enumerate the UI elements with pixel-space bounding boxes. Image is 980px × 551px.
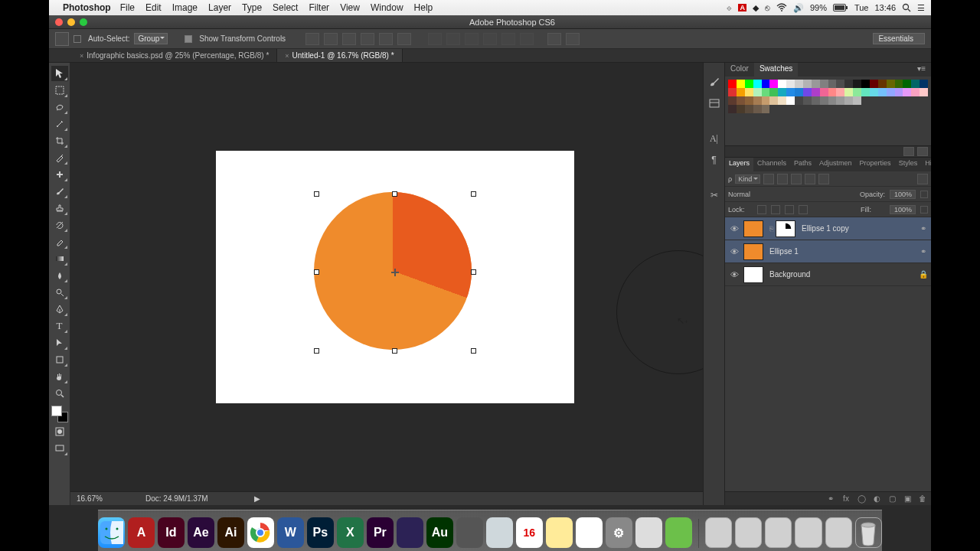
layer-name[interactable]: Ellipse 1 copy xyxy=(799,224,916,233)
wand-tool[interactable] xyxy=(51,116,68,132)
dock-app-excel[interactable]: X xyxy=(337,517,364,548)
pen-tool[interactable] xyxy=(51,302,68,317)
transform-bounding-box[interactable] xyxy=(317,194,473,350)
dock-app-camtasia[interactable] xyxy=(665,517,692,548)
swatch-cell[interactable] xyxy=(878,88,887,96)
swatch-cell[interactable] xyxy=(753,105,762,113)
swatch-cell[interactable] xyxy=(812,80,820,88)
swatch-cell[interactable] xyxy=(778,88,786,96)
volume-icon[interactable]: 🔊 xyxy=(793,3,804,13)
distribute-3-icon[interactable] xyxy=(465,33,479,45)
menu-select[interactable]: Select xyxy=(273,2,298,13)
dodge-tool[interactable] xyxy=(51,285,68,300)
distribute-5-icon[interactable] xyxy=(501,33,515,45)
swatch-cell[interactable] xyxy=(728,80,737,88)
swatch-cell[interactable] xyxy=(853,80,861,88)
filter-shape-icon[interactable] xyxy=(805,174,815,184)
swatch-cell[interactable] xyxy=(778,80,786,88)
lock-all-icon[interactable] xyxy=(799,205,808,214)
swatch-cell[interactable] xyxy=(920,96,928,105)
menu-filter[interactable]: Filter xyxy=(309,2,329,13)
swatch-cell[interactable] xyxy=(812,105,820,113)
dock-app-chrome[interactable] xyxy=(247,517,274,548)
filter-adjust-icon[interactable] xyxy=(777,174,788,184)
menu-window[interactable]: Window xyxy=(371,2,403,13)
swatch-cell[interactable] xyxy=(803,80,812,88)
panels-column[interactable]: Color Swatches ▾≡ Layers Channels Paths … xyxy=(724,63,931,505)
swatch-cell[interactable] xyxy=(920,105,928,113)
swatch-cell[interactable] xyxy=(778,96,786,105)
dock-app-audition[interactable]: Au xyxy=(426,517,453,548)
swatch-cell[interactable] xyxy=(887,88,895,96)
swatch-cell[interactable] xyxy=(762,96,770,105)
distribute-4-icon[interactable] xyxy=(483,33,497,45)
swatch-cell[interactable] xyxy=(895,88,903,96)
visibility-toggle-icon[interactable]: 👁 xyxy=(725,247,743,256)
delete-swatch-icon[interactable] xyxy=(917,147,928,156)
swatch-cell[interactable] xyxy=(745,80,753,88)
battery-icon[interactable] xyxy=(833,4,848,11)
swatch-cell[interactable] xyxy=(887,96,895,105)
align-bottom-icon[interactable] xyxy=(342,33,356,45)
dock-window-icon[interactable] xyxy=(735,517,762,548)
opacity-slider-icon[interactable] xyxy=(920,191,928,198)
filter-toggle-icon[interactable] xyxy=(917,174,928,184)
swatch-cell[interactable] xyxy=(820,80,828,88)
styles-tab[interactable]: Styles xyxy=(895,158,922,171)
blend-mode-dropdown[interactable]: Normal xyxy=(728,191,782,198)
close-tab-icon[interactable]: × xyxy=(285,52,289,60)
layers-panel-footer[interactable]: ⚭ fx ◯ ◐ ▢ ▣ 🗑 xyxy=(725,491,931,505)
layer-link-icon[interactable]: ⚭ xyxy=(916,224,931,233)
swatch-cell[interactable] xyxy=(920,88,928,96)
layers-panel-tabs[interactable]: Layers Channels Paths Adjustmen Properti… xyxy=(725,158,931,171)
shape-tool[interactable] xyxy=(51,352,68,367)
screenmode-toggle[interactable] xyxy=(51,441,68,456)
swatch-cell[interactable] xyxy=(753,80,762,88)
visibility-toggle-icon[interactable]: 👁 xyxy=(725,224,743,233)
layers-list[interactable]: 👁⎘Ellipse 1 copy⚭👁Ellipse 1⚭👁Background🔒 xyxy=(725,217,931,491)
swatch-cell[interactable] xyxy=(853,88,861,96)
menu-layer[interactable]: Layer xyxy=(208,2,231,13)
clock-time[interactable]: 13:46 xyxy=(874,3,896,12)
swatch-cell[interactable] xyxy=(728,96,737,105)
swatch-cell[interactable] xyxy=(903,88,911,96)
fill-slider-icon[interactable] xyxy=(920,206,928,214)
menu-edit[interactable]: Edit xyxy=(145,2,162,13)
swatch-cell[interactable] xyxy=(870,88,878,96)
swatch-cell[interactable] xyxy=(870,105,878,113)
swatch-cell[interactable] xyxy=(895,96,903,105)
dock-app-calendar[interactable]: 16 xyxy=(516,517,543,548)
swatch-cell[interactable] xyxy=(853,96,861,105)
clock-day[interactable]: Tue xyxy=(854,3,869,12)
menu-help[interactable]: Help xyxy=(414,2,433,13)
align-vmiddle-icon[interactable] xyxy=(324,33,338,45)
window-titlebar[interactable]: Adobe Photoshop CS6 xyxy=(49,15,931,29)
type-tool[interactable]: T xyxy=(51,318,68,334)
zoom-window-button[interactable] xyxy=(80,18,87,26)
swatch-cell[interactable] xyxy=(861,96,870,105)
swatch-cell[interactable] xyxy=(803,105,812,113)
layer-link-icon[interactable]: ⚭ xyxy=(916,247,931,256)
swatch-cell[interactable] xyxy=(895,105,903,113)
lasso-tool[interactable] xyxy=(51,99,68,115)
dock-window-icon[interactable] xyxy=(765,517,792,548)
dock-app-itunes[interactable]: ♪ xyxy=(576,517,603,548)
brush-presets-icon[interactable] xyxy=(707,96,721,110)
layer-row[interactable]: 👁Background🔒 xyxy=(725,263,931,286)
layer-name[interactable]: Ellipse 1 xyxy=(766,247,916,256)
swatch-cell[interactable] xyxy=(836,88,844,96)
layer-filter-row[interactable]: ρKind xyxy=(725,171,931,187)
swatch-cell[interactable] xyxy=(895,80,903,88)
swatch-cell[interactable] xyxy=(903,96,911,105)
swatch-cell[interactable] xyxy=(786,96,795,105)
menu-view[interactable]: View xyxy=(340,2,360,13)
distribute-2-icon[interactable] xyxy=(446,33,460,45)
dock[interactable]: AIdAeAiWPsXPrAu16♪⚙ xyxy=(98,510,882,551)
filter-type-icon[interactable] xyxy=(791,174,802,184)
bluetooth-icon[interactable]: ⎋ xyxy=(765,3,770,12)
adobe-icon[interactable]: A xyxy=(738,4,746,11)
notification-icon[interactable]: ☰ xyxy=(917,3,925,13)
document-tab[interactable]: × Infographic basics.psd @ 25% (Percenta… xyxy=(72,49,277,62)
dock-app-illustrator[interactable]: Ai xyxy=(217,517,244,548)
dock-app-premiere[interactable]: Pr xyxy=(367,517,394,548)
